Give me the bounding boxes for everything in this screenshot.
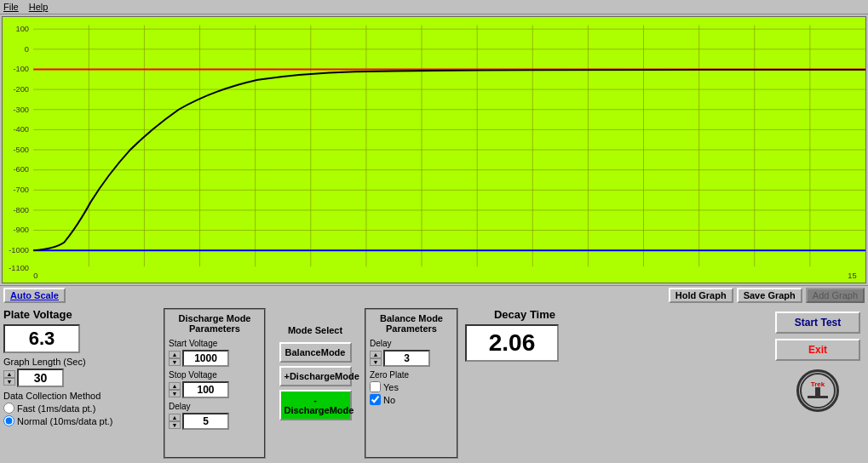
stop-voltage-up[interactable]: ▲: [169, 382, 181, 390]
discharge-delay-row: ▲ ▼: [169, 413, 261, 430]
svg-text:15: 15: [848, 272, 856, 281]
svg-text:-1000: -1000: [9, 246, 29, 254]
auto-scale-button[interactable]: Auto Scale: [3, 288, 66, 303]
stop-voltage-down[interactable]: ▼: [169, 390, 181, 397]
bottom-panel: Plate Voltage 6.3 Graph Length (Sec) ▲ ▼…: [0, 305, 868, 462]
svg-text:Trek: Trek: [811, 380, 825, 388]
mode-select-label: Mode Select: [288, 325, 342, 335]
svg-text:-900: -900: [13, 226, 29, 235]
data-collection-options: Fast (1ms/data pt.) Normal (10ms/data pt…: [3, 403, 157, 426]
right-section: Start Test Exit Trek ®: [771, 308, 865, 459]
data-collection-label: Data Collection Method: [3, 391, 157, 401]
discharge-delay-down[interactable]: ▼: [169, 421, 181, 429]
graph-length-label: Graph Length (Sec): [3, 357, 157, 367]
plate-voltage-section: Plate Voltage 6.3 Graph Length (Sec) ▲ ▼…: [3, 308, 157, 459]
mode-select-section: Mode Select BalanceMode +DischargeMode -…: [273, 308, 358, 459]
start-voltage-up[interactable]: ▲: [169, 351, 181, 358]
balance-delay-spinners: ▲ ▼: [370, 351, 382, 366]
stop-voltage-label: Stop Voltage: [169, 370, 261, 380]
plate-voltage-title: Plate Voltage: [3, 308, 157, 321]
stop-voltage-row: ▲ ▼: [169, 381, 261, 398]
discharge-delay-field[interactable]: [182, 413, 229, 430]
decay-time-title: Decay Time: [465, 308, 584, 321]
menu-help[interactable]: Help: [29, 2, 49, 12]
svg-text:-1100: -1100: [9, 264, 29, 272]
svg-text:-600: -600: [13, 166, 29, 174]
discharge-delay-label: Delay: [169, 402, 261, 411]
normal-option-radio[interactable]: [3, 415, 14, 426]
svg-text:-800: -800: [13, 206, 29, 214]
fast-option-label[interactable]: Fast (1ms/data pt.): [3, 403, 157, 414]
svg-text:0: 0: [33, 272, 37, 281]
graph-area: 100 0 -100 -200 -300 -400 -500 -600 -700…: [2, 16, 866, 283]
svg-text:-100: -100: [13, 66, 29, 74]
start-voltage-row: ▲ ▼: [169, 350, 261, 367]
graph-toolbar: Auto Scale Hold Graph Save Graph Add Gra…: [0, 285, 868, 305]
svg-text:-700: -700: [13, 186, 29, 194]
start-voltage-down[interactable]: ▼: [169, 358, 181, 366]
balance-delay-up[interactable]: ▲: [370, 351, 382, 358]
zero-plate-yes-label[interactable]: Yes: [370, 381, 453, 392]
decay-time-display: 2.06: [465, 324, 559, 362]
decay-time-section: Decay Time 2.06: [465, 308, 584, 459]
menu-file[interactable]: File: [3, 2, 19, 12]
menu-bar: File Help: [0, 0, 868, 14]
start-voltage-label: Start Voltage: [169, 339, 261, 348]
balance-delay-field[interactable]: [383, 350, 430, 367]
graph-length-input: ▲ ▼: [3, 369, 157, 387]
svg-rect-47: [815, 387, 820, 396]
start-test-button[interactable]: Start Test: [775, 312, 860, 334]
balance-delay-label: Delay: [370, 339, 453, 348]
svg-text:-400: -400: [13, 126, 29, 134]
svg-text:100: 100: [15, 25, 29, 33]
balance-delay-down[interactable]: ▼: [370, 358, 382, 366]
zero-plate-label: Zero Plate: [370, 370, 453, 380]
graph-length-down[interactable]: ▼: [3, 378, 15, 386]
stop-voltage-field[interactable]: [182, 381, 229, 398]
discharge-delay-spinners: ▲ ▼: [169, 414, 181, 429]
start-voltage-field[interactable]: [182, 350, 229, 367]
discharge-mode-section: Discharge Mode Parameters Start Voltage …: [164, 308, 266, 459]
balance-mode-button[interactable]: BalanceMode: [279, 342, 352, 363]
svg-text:-200: -200: [13, 85, 29, 94]
graph-length-up[interactable]: ▲: [3, 370, 15, 378]
zero-plate-no-check[interactable]: [370, 394, 381, 405]
pos-discharge-button[interactable]: +DischargeMode: [279, 366, 352, 386]
graph-length-field[interactable]: [17, 369, 64, 387]
svg-text:-500: -500: [13, 146, 29, 154]
graph-length-spinners: ▲ ▼: [3, 370, 15, 386]
zero-plate-no-label[interactable]: No: [370, 394, 453, 405]
svg-text:0: 0: [25, 45, 29, 54]
stop-voltage-spinners: ▲ ▼: [169, 382, 181, 397]
fast-option-radio[interactable]: [3, 403, 14, 414]
discharge-mode-title: Discharge Mode Parameters: [169, 313, 261, 334]
balance-mode-section: Balance Mode Parameters Delay ▲ ▼ Zero P…: [365, 308, 458, 459]
plate-voltage-display: 6.3: [3, 324, 80, 353]
add-graph-button[interactable]: Add Graph: [806, 288, 865, 303]
svg-rect-46: [808, 396, 828, 398]
zero-plate-yes-check[interactable]: [370, 381, 381, 392]
hold-graph-button[interactable]: Hold Graph: [669, 288, 733, 303]
exit-button[interactable]: Exit: [775, 339, 860, 361]
save-graph-button[interactable]: Save Graph: [737, 288, 802, 303]
start-voltage-spinners: ▲ ▼: [169, 351, 181, 366]
trek-logo-svg: Trek ®: [799, 372, 836, 409]
discharge-delay-up[interactable]: ▲: [169, 414, 181, 421]
normal-option-label[interactable]: Normal (10ms/data pt.): [3, 415, 157, 426]
balance-delay-row: ▲ ▼: [370, 350, 453, 367]
graph-svg: 100 0 -100 -200 -300 -400 -500 -600 -700…: [3, 17, 865, 283]
main-container: 100 0 -100 -200 -300 -400 -500 -600 -700…: [0, 14, 868, 462]
balance-mode-title: Balance Mode Parameters: [370, 313, 453, 334]
neg-discharge-button[interactable]: -DischargeMode: [279, 390, 352, 420]
trek-logo: Trek ®: [796, 369, 839, 412]
svg-text:-300: -300: [13, 106, 29, 114]
zero-plate-options: Yes No: [370, 381, 453, 405]
